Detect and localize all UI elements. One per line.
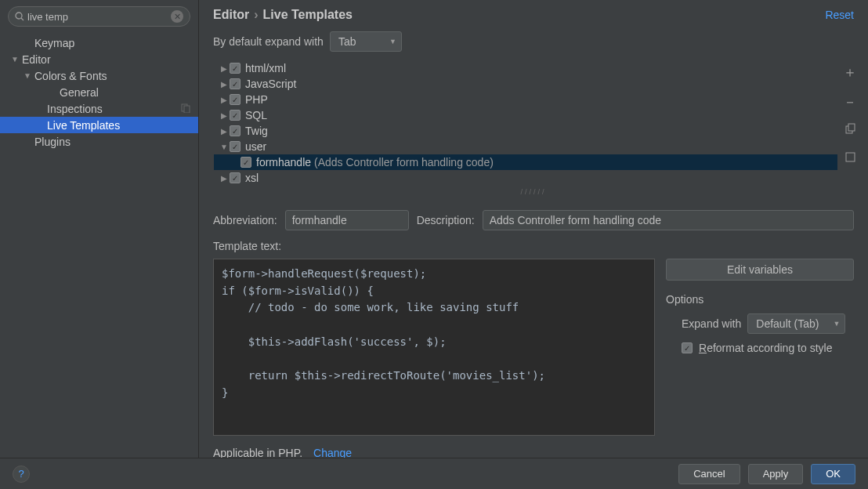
template-label: html/xml — [245, 62, 286, 74]
abbreviation-label: Abbreviation: — [213, 214, 277, 226]
tree-arrow-icon: ▼ — [219, 143, 230, 151]
template-checkbox[interactable]: ✓ — [230, 63, 241, 74]
tree-arrow-icon: ▶ — [219, 127, 230, 136]
ok-button[interactable]: OK — [811, 464, 855, 484]
apply-button[interactable]: Apply — [748, 464, 804, 484]
template-desc: (Adds Controller form handling code) — [314, 156, 494, 168]
template-label: SQL — [245, 109, 267, 121]
default-expand-label: By default expand with — [213, 35, 324, 48]
modified-icon — [181, 103, 190, 115]
template-checkbox[interactable]: ✓ — [230, 172, 241, 183]
applicable-text: Applicable in PHP. — [213, 447, 302, 458]
description-input[interactable] — [483, 210, 854, 230]
sidebar-item-keymap[interactable]: Keymap — [0, 34, 198, 51]
tree-arrow-icon: ▼ — [11, 55, 20, 63]
template-item-javascript[interactable]: ▶✓JavaScript — [214, 76, 837, 92]
help-button[interactable]: ? — [13, 465, 30, 483]
tree-item-label: Colors & Fonts — [34, 70, 107, 82]
tree-item-label: General — [60, 86, 99, 99]
options-label: Options — [666, 293, 854, 306]
sidebar-item-plugins[interactable]: Plugins — [0, 133, 198, 150]
template-text-editor[interactable]: $form->handleRequest($request); if ($for… — [213, 259, 655, 436]
svg-line-1 — [21, 18, 24, 20]
search-input[interactable] — [27, 11, 171, 23]
dialog-footer: ? Cancel Apply OK — [0, 458, 868, 489]
svg-rect-3 — [184, 106, 190, 113]
tree-item-label: Editor — [22, 53, 51, 66]
change-context-link[interactable]: Change — [313, 447, 352, 458]
template-item-php[interactable]: ▶✓PHP — [214, 92, 837, 107]
template-item-formhandle[interactable]: ✓formhandle (Adds Controller form handli… — [214, 154, 837, 170]
search-box[interactable]: ✕ — [8, 6, 190, 27]
tree-arrow-icon: ▶ — [219, 174, 230, 183]
template-item-xsl[interactable]: ▶✓xsl — [214, 170, 837, 186]
breadcrumb: Editor›Live Templates — [213, 8, 353, 22]
tree-arrow-icon: ▶ — [219, 80, 230, 89]
template-toolbar: ＋ － — [838, 60, 862, 187]
svg-rect-6 — [846, 153, 855, 161]
tree-arrow-icon: ▼ — [24, 71, 33, 80]
tree-arrow-icon: ▶ — [219, 111, 230, 120]
template-item-sql[interactable]: ▶✓SQL — [214, 107, 837, 123]
chevron-down-icon: ▼ — [833, 320, 840, 328]
template-label: user — [245, 140, 266, 153]
template-label: Twig — [245, 125, 268, 137]
template-label: PHP — [245, 93, 268, 106]
default-expand-select[interactable]: Tab▼ — [330, 31, 402, 52]
template-checkbox[interactable]: ✓ — [230, 125, 241, 136]
template-text-label: Template text: — [199, 237, 868, 255]
tree-item-label: Keymap — [34, 37, 74, 49]
tree-item-label: Plugins — [34, 136, 71, 148]
tree-item-label: Inspections — [47, 103, 103, 115]
clear-search-icon[interactable]: ✕ — [171, 10, 183, 23]
template-checkbox[interactable]: ✓ — [241, 157, 251, 168]
search-icon — [15, 12, 24, 21]
template-checkbox[interactable]: ✓ — [230, 78, 241, 89]
sidebar-item-colors-fonts[interactable]: ▼Colors & Fonts — [0, 67, 198, 84]
tree-arrow-icon: ▶ — [219, 64, 230, 73]
template-tree[interactable]: ▶✓html/xml▶✓JavaScript▶✓PHP▶✓SQL▶✓Twig▼✓… — [213, 60, 838, 187]
tree-item-label: Live Templates — [47, 119, 120, 132]
template-checkbox[interactable]: ✓ — [230, 110, 241, 121]
reset-link[interactable]: Reset — [825, 9, 854, 21]
template-item-user[interactable]: ▼✓user — [214, 139, 837, 154]
abbreviation-input[interactable] — [285, 210, 409, 230]
copy-template-button[interactable] — [844, 122, 856, 139]
template-checkbox[interactable]: ✓ — [230, 141, 241, 152]
sidebar-item-inspections[interactable]: Inspections — [0, 100, 198, 117]
template-label: JavaScript — [245, 78, 296, 90]
resize-grip[interactable]: ////// — [199, 187, 868, 196]
sidebar-item-live-templates[interactable]: Live Templates — [0, 117, 198, 133]
template-label: formhandle — [256, 156, 311, 168]
tree-arrow-icon: ▶ — [219, 96, 230, 104]
template-checkbox[interactable]: ✓ — [230, 94, 241, 105]
template-item-html-xml[interactable]: ▶✓html/xml — [214, 60, 837, 76]
settings-content: Editor›Live Templates Reset By default e… — [199, 0, 868, 458]
settings-sidebar: ✕ Keymap▼Editor▼Colors & FontsGeneralIns… — [0, 0, 199, 458]
duplicate-template-button[interactable] — [845, 150, 855, 166]
cancel-button[interactable]: Cancel — [678, 464, 740, 484]
svg-point-0 — [16, 13, 22, 19]
edit-variables-button[interactable]: Edit variables — [666, 259, 854, 281]
svg-rect-5 — [848, 124, 855, 131]
settings-tree[interactable]: Keymap▼Editor▼Colors & FontsGeneralInspe… — [0, 31, 198, 458]
reformat-label: RReformat according to styleeformat acco… — [699, 342, 832, 354]
sidebar-item-editor[interactable]: ▼Editor — [0, 51, 198, 67]
template-label: xsl — [245, 172, 259, 184]
expand-with-label: Expand with — [682, 317, 741, 330]
add-template-button[interactable]: ＋ — [843, 63, 857, 82]
remove-template-button[interactable]: － — [843, 92, 857, 111]
expand-with-select[interactable]: Default (Tab)▼ — [747, 313, 845, 334]
chevron-down-icon: ▼ — [389, 38, 396, 45]
template-item-twig[interactable]: ▶✓Twig — [214, 123, 837, 139]
sidebar-item-general[interactable]: General — [0, 84, 198, 100]
reformat-checkbox[interactable]: ✓ — [682, 342, 693, 353]
description-label: Description: — [417, 214, 475, 226]
